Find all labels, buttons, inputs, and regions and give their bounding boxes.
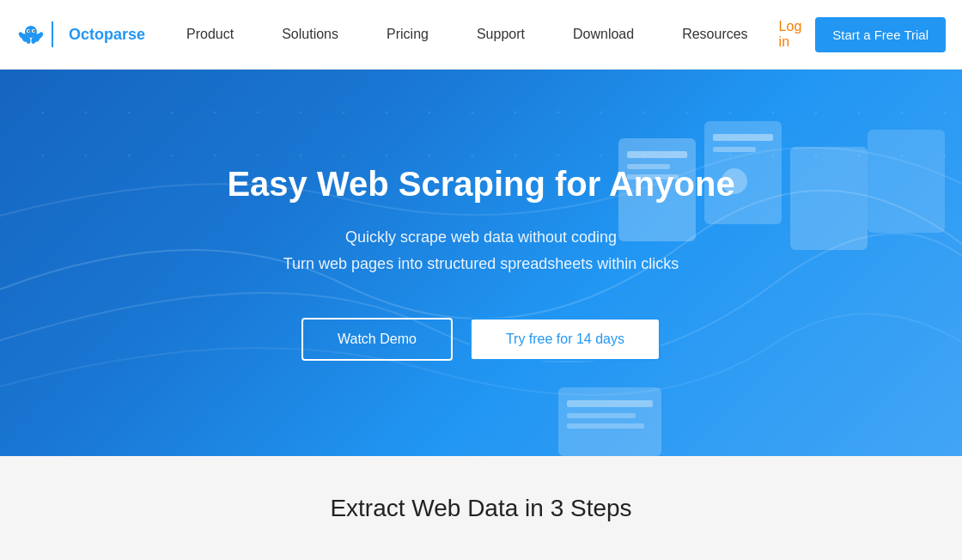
svg-point-20 [429, 112, 431, 114]
nav-item-support[interactable]: Support [453, 0, 549, 70]
hero-content: Easy Web Scraping for Anyone Quickly scr… [210, 165, 752, 361]
svg-rect-59 [627, 151, 687, 158]
svg-point-30 [858, 112, 861, 114]
svg-rect-68 [567, 423, 644, 429]
steps-title: Extract Web Data in 3 Steps [330, 495, 631, 522]
svg-point-14 [171, 112, 174, 114]
hero-title: Easy Web Scraping for Anyone [227, 165, 734, 204]
svg-point-16 [257, 112, 259, 114]
brand-name: Octoparse [69, 26, 145, 44]
nav-item-resources[interactable]: Resources [658, 0, 771, 70]
nav-login[interactable]: Log in [772, 0, 809, 70]
watch-demo-button[interactable]: Watch Demo [301, 318, 453, 361]
nav-item-solutions[interactable]: Solutions [258, 0, 362, 70]
svg-point-11 [42, 112, 45, 114]
svg-point-21 [472, 112, 474, 114]
svg-point-46 [600, 155, 603, 157]
svg-point-25 [643, 112, 646, 114]
svg-point-45 [557, 155, 560, 157]
brand-logo-link[interactable]: Octoparse [17, 21, 145, 48]
svg-point-44 [514, 155, 517, 157]
svg-point-26 [686, 112, 689, 114]
svg-point-27 [729, 112, 732, 114]
svg-point-37 [214, 155, 216, 157]
svg-rect-65 [558, 387, 661, 456]
svg-point-39 [300, 155, 302, 157]
svg-point-23 [557, 112, 560, 114]
hero-subtitle: Quickly scrape web data without coding T… [227, 224, 734, 277]
svg-point-9 [28, 30, 30, 32]
svg-point-10 [33, 30, 35, 32]
svg-point-34 [85, 155, 88, 157]
svg-rect-67 [567, 413, 636, 418]
steps-section: Extract Web Data in 3 Steps [0, 456, 962, 560]
hero-subtitle-line2: Turn web pages into structured spreadshe… [227, 251, 734, 277]
brand-divider [52, 21, 53, 47]
svg-point-29 [815, 112, 818, 114]
free-trial-button[interactable]: Try free for 14 days [470, 318, 661, 361]
brand-logo-icon [17, 21, 45, 48]
nav-item-download[interactable]: Download [549, 0, 658, 70]
svg-point-22 [514, 112, 517, 114]
svg-point-28 [772, 112, 775, 114]
hero-buttons: Watch Demo Try free for 14 days [227, 318, 734, 361]
svg-rect-57 [790, 147, 868, 250]
svg-point-41 [386, 155, 388, 157]
svg-point-38 [257, 155, 259, 157]
svg-rect-62 [713, 134, 773, 141]
nav-item-product[interactable]: Product [162, 0, 258, 70]
svg-rect-66 [567, 400, 653, 407]
svg-point-18 [343, 112, 345, 114]
svg-point-13 [128, 112, 131, 114]
nav-cta-button[interactable]: Start a Free Trial [815, 17, 946, 52]
svg-point-43 [472, 155, 474, 157]
svg-point-15 [214, 112, 216, 114]
svg-rect-58 [868, 130, 945, 233]
svg-point-17 [300, 112, 302, 114]
svg-point-24 [600, 112, 603, 114]
svg-point-36 [171, 155, 174, 157]
svg-point-32 [944, 112, 947, 114]
svg-point-35 [128, 155, 131, 157]
nav-item-pricing[interactable]: Pricing [362, 0, 453, 70]
svg-point-19 [386, 112, 388, 114]
svg-rect-63 [713, 147, 756, 152]
navbar: Octoparse Product Solutions Pricing Supp… [0, 0, 962, 70]
hero-section: Easy Web Scraping for Anyone Quickly scr… [0, 70, 962, 456]
svg-point-12 [85, 112, 88, 114]
nav-menu: Product Solutions Pricing Support Downlo… [162, 0, 772, 70]
svg-point-31 [901, 112, 904, 114]
svg-point-33 [42, 155, 45, 157]
hero-subtitle-line1: Quickly scrape web data without coding [227, 224, 734, 251]
svg-point-42 [429, 155, 431, 157]
svg-point-40 [343, 155, 345, 157]
